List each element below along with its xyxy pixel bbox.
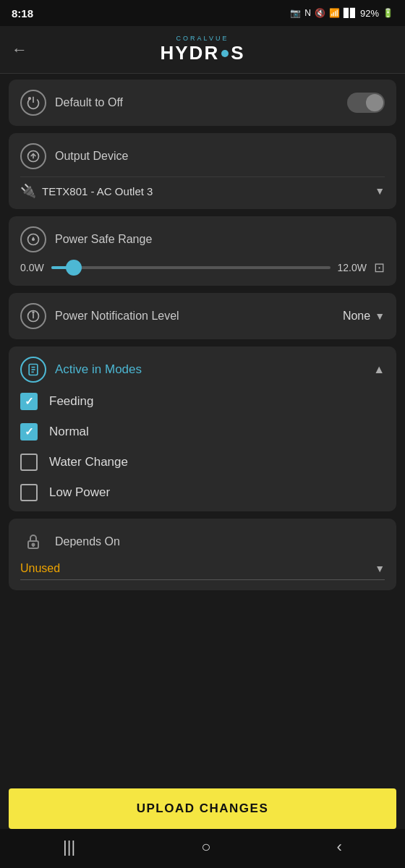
water-change-checkbox[interactable] (20, 454, 38, 471)
battery-icon: 🔋 (383, 8, 393, 18)
svg-point-7 (33, 239, 35, 241)
depends-on-dropdown[interactable]: Unused ▼ (20, 562, 385, 580)
default-to-off-toggle[interactable] (347, 93, 385, 113)
logo-dot (221, 50, 229, 57)
feeding-checkbox[interactable] (20, 393, 38, 410)
status-icons: 📷 N 🔇 📶 ▊▊ 92% 🔋 (290, 8, 393, 19)
normal-label: Normal (49, 425, 89, 439)
notification-icon (20, 303, 46, 329)
lock-icon (20, 529, 46, 555)
wifi-icon: 📶 (329, 8, 340, 18)
nav-menu-icon[interactable]: ||| (63, 838, 75, 856)
output-device-chevron[interactable]: ▼ (375, 185, 385, 197)
toggle-knob (366, 94, 383, 111)
mode-normal: Normal (20, 423, 385, 441)
output-device-card: Output Device 🔌 TETX801 - AC Outlet 3 ▼ (9, 133, 396, 209)
water-change-label: Water Change (49, 455, 128, 469)
svg-point-2 (29, 98, 31, 100)
range-adjust-icon[interactable]: ⊡ (374, 260, 385, 276)
depends-chevron[interactable]: ▼ (375, 563, 385, 574)
app-header: ← CORALVUE HYDRS (0, 26, 405, 74)
slider-row: 0.0W 12.0W ⊡ (20, 260, 385, 276)
status-time: 8:18 (12, 7, 33, 20)
active-in-modes-card: Active in Modes ▲ Feeding Normal Water C… (9, 346, 396, 511)
power-notification-value: None (343, 310, 370, 323)
slider-thumb[interactable] (66, 260, 82, 276)
logo-title: HYDRS (160, 42, 244, 64)
sim-icon: 📷 (290, 8, 301, 18)
default-to-off-label: Default to Off (55, 96, 123, 109)
status-bar: 8:18 📷 N 🔇 📶 ▊▊ 92% 🔋 (0, 0, 405, 26)
battery-text: 92% (360, 8, 379, 19)
normal-checkbox[interactable] (20, 423, 38, 441)
svg-point-16 (33, 544, 35, 546)
nav-home-icon[interactable]: ○ (201, 838, 210, 856)
default-to-off-row: Default to Off (20, 90, 385, 116)
notification-chevron[interactable]: ▼ (375, 310, 385, 322)
slider-max: 12.0W (338, 262, 367, 273)
low-power-label: Low Power (49, 485, 110, 500)
nav-back-icon[interactable]: ‹ (337, 838, 342, 856)
depends-on-label: Depends On (55, 535, 120, 548)
back-button[interactable]: ← (12, 41, 27, 59)
power-range-icon (20, 226, 46, 252)
active-in-modes-label: Active in Modes (55, 362, 142, 377)
output-device-row: 🔌 TETX801 - AC Outlet 3 ▼ (20, 176, 385, 199)
power-notification-card: Power Notification Level None ▼ (9, 293, 396, 339)
default-to-off-card: Default to Off (9, 80, 396, 126)
power-safe-range-label: Power Safe Range (55, 233, 152, 246)
main-content: Default to Off Output Device 🔌 TETX801 -… (0, 74, 405, 783)
mode-feeding: Feeding (20, 393, 385, 410)
modes-icon (20, 357, 46, 383)
low-power-checkbox[interactable] (20, 484, 38, 501)
logo-brand: CORALVUE (176, 35, 229, 42)
feeding-label: Feeding (49, 394, 93, 409)
nfc-icon: N (304, 8, 311, 18)
modes-list: Feeding Normal Water Change Low Power (20, 393, 385, 501)
output-device-value: TETX801 - AC Outlet 3 (42, 185, 153, 197)
logo: CORALVUE HYDRS (160, 35, 244, 64)
modes-chevron[interactable]: ▲ (373, 363, 385, 376)
mode-water-change: Water Change (20, 454, 385, 471)
mode-low-power: Low Power (20, 484, 385, 501)
power-slider[interactable] (51, 260, 331, 275)
power-safe-range-card: Power Safe Range 0.0W 12.0W ⊡ (9, 216, 396, 286)
bottom-nav: ||| ○ ‹ (0, 829, 405, 868)
output-device-label: Output Device (55, 150, 128, 163)
power-notification-label: Power Notification Level (55, 310, 179, 323)
svg-point-10 (33, 312, 34, 313)
output-device-icon (20, 143, 46, 169)
power-off-icon (20, 90, 46, 116)
outlet-icon: 🔌 (20, 183, 36, 199)
upload-changes-button[interactable]: UPLOAD CHANGES (9, 788, 396, 829)
depends-on-value: Unused (20, 562, 60, 575)
mute-icon: 🔇 (315, 8, 325, 18)
signal-icon: ▊▊ (344, 8, 357, 18)
slider-min: 0.0W (20, 262, 44, 273)
depends-on-card: Depends On Unused ▼ (9, 519, 396, 590)
